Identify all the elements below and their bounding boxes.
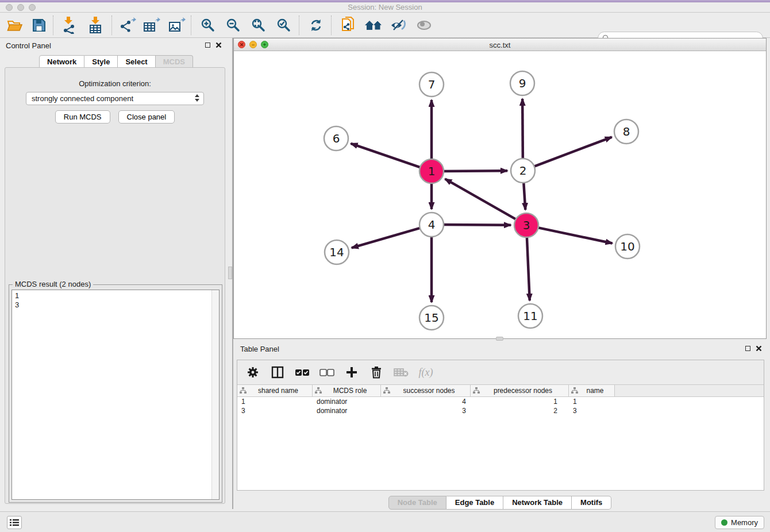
refresh-icon[interactable] [306,17,326,34]
table-cell[interactable]: 3 [237,406,313,415]
open-folder-icon[interactable] [5,17,25,34]
graph-node-15[interactable]: 15 [419,306,444,330]
import-table-icon[interactable] [85,17,106,34]
graph-edge-4-3[interactable] [442,225,511,225]
tab-network-table[interactable]: Network Table [503,496,572,510]
svg-text:9: 9 [519,76,526,90]
network-window-titlebar[interactable]: ✕ − + scc.txt [234,38,766,51]
graph-edge-2-9[interactable] [522,99,523,160]
vertical-splitter-handle[interactable] [228,267,232,279]
graph-node-14[interactable]: 14 [325,240,349,264]
split-view-icon[interactable] [269,364,286,380]
control-panel-title: Control Panel [6,41,51,50]
task-history-button[interactable] [7,516,22,529]
zoom-in-icon[interactable] [198,17,218,34]
close-panel-button[interactable]: Close panel [118,110,175,124]
memory-button[interactable]: Memory [715,516,764,529]
graph-node-3[interactable]: 3 [514,213,538,237]
clone-network-icon[interactable] [338,17,359,34]
graph-edge-3-11[interactable] [527,236,530,300]
tab-node-table[interactable]: Node Table [388,496,446,510]
table-cell[interactable]: dominator [313,406,381,415]
network-canvas[interactable]: 7968124314101511 [234,51,766,338]
column-header-predecessor-nodes[interactable]: predecessor nodes [471,385,569,396]
graph-node-6[interactable]: 6 [324,126,348,151]
deselect-all-icon[interactable] [318,364,336,380]
delete-table-icon [392,364,410,380]
table-cell[interactable]: 4 [381,397,471,406]
column-header-successor-nodes[interactable]: successor nodes [381,385,471,396]
graph-node-8[interactable]: 8 [614,119,638,144]
column-header-label: name [578,387,612,395]
graph-node-4[interactable]: 4 [419,213,444,237]
criterion-dropdown[interactable]: strongly connected component [26,92,204,105]
mcds-result-textarea[interactable]: 1 3 [11,290,220,500]
window-title: Session: New Session [0,3,770,11]
list-icon [10,519,19,526]
dropdown-stepper-icon [195,94,199,102]
zoom-fit-icon[interactable] [248,17,269,34]
graph-node-10[interactable]: 10 [615,234,640,259]
mcds-result-groupbox: MCDS result (2 nodes) 1 3 [9,284,222,503]
table-cell[interactable]: 1 [237,397,313,406]
close-panel-icon[interactable] [215,42,222,48]
run-mcds-button[interactable]: Run MCDS [55,110,110,124]
column-header-shared-name[interactable]: shared name [237,385,313,396]
table-row[interactable]: 1dominator411 [237,397,764,406]
table-rows: 1dominator4113dominator323 [237,397,764,490]
graph-node-2[interactable]: 2 [511,159,535,183]
export-network-icon[interactable] [117,17,138,34]
svg-text:4: 4 [428,218,436,232]
gear-icon[interactable] [244,364,261,380]
table-cell[interactable]: 1 [569,397,615,406]
table-panel-title: Table Panel [240,345,279,353]
table-cell[interactable]: dominator [313,397,381,406]
graph-node-7[interactable]: 7 [419,72,444,97]
window-accent-strip [0,0,770,2]
graph-edge-1-2[interactable] [442,171,507,171]
graph-edge-1-6[interactable] [351,144,421,168]
tab-motifs[interactable]: Motifs [572,496,611,510]
column-header-name[interactable]: name [569,385,615,396]
zoom-out-icon[interactable] [223,17,244,34]
column-attribute-icon [571,387,578,394]
table-cell[interactable]: 2 [471,406,569,415]
table-cell[interactable]: 3 [569,406,615,415]
graph-node-9[interactable]: 9 [510,71,534,95]
save-icon[interactable] [29,17,49,34]
float-table-panel-icon[interactable] [745,346,750,351]
tab-edge-table[interactable]: Edge Table [446,496,503,510]
graph-edge-3-1[interactable] [445,179,517,219]
table-cell[interactable]: 3 [381,406,471,415]
table-cell[interactable]: 1 [471,397,569,406]
graph-edge-3-10[interactable] [537,228,613,244]
column-header-MCDS-role[interactable]: MCDS role [313,385,381,396]
trash-icon[interactable] [368,364,385,380]
graph-node-11[interactable]: 11 [518,304,542,328]
graph-edge-2-3[interactable] [523,182,525,210]
select-all-icon[interactable] [294,364,311,380]
close-table-panel-icon[interactable] [756,345,762,352]
export-image-icon[interactable] [167,17,187,34]
result-scrollbar[interactable] [211,290,219,499]
svg-text:14: 14 [329,245,344,259]
network-resize-handle[interactable] [496,337,503,341]
export-table-icon[interactable] [141,17,162,34]
table-tabs: Node TableEdge TableNetwork TableMotifs [233,496,767,510]
graph-node-1[interactable]: 1 [419,159,444,183]
table-row[interactable]: 3dominator323 [237,406,764,415]
zoom-selected-icon[interactable] [274,17,294,34]
hide-panels-icon[interactable] [388,17,409,34]
add-icon[interactable] [343,364,360,380]
home-icon[interactable] [363,17,384,34]
graph-edge-4-14[interactable] [352,228,421,248]
function-icon: f(x) [417,364,434,380]
column-attribute-icon [473,387,480,394]
table-header-row: shared nameMCDS rolesuccessor nodesprede… [237,384,764,397]
svg-text:2: 2 [519,164,527,178]
float-panel-icon[interactable] [205,43,210,48]
graph-edge-2-8[interactable] [533,137,612,167]
app-titlebar: Session: New Session [0,0,770,13]
import-network-icon[interactable] [59,17,79,34]
optimization-criterion-label: Optimization criterion: [5,79,225,88]
